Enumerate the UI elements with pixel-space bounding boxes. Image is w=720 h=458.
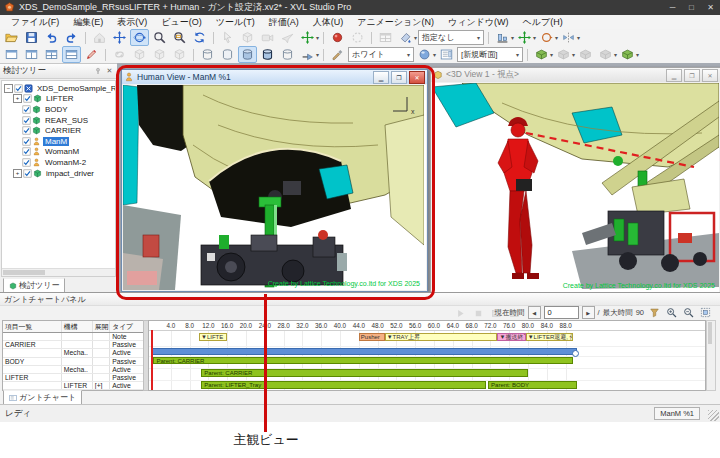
tree-item-womanm-2[interactable]: WomanM-2 [2, 157, 115, 168]
menu-edit[interactable]: 編集(E) [66, 15, 110, 29]
zoom-view-button[interactable] [150, 29, 169, 46]
view3d-maximize-button[interactable]: ❐ [684, 69, 700, 82]
tree-item-impact-driver[interactable]: +impact_driver [2, 168, 115, 179]
paint-color-button[interactable] [328, 46, 347, 63]
resize-grip[interactable] [708, 410, 719, 421]
visibility-checkbox[interactable] [14, 84, 23, 93]
paint-bucket-button[interactable] [396, 29, 415, 46]
menu-human[interactable]: 人体(U) [306, 15, 351, 29]
shade-shaded-edges-button[interactable] [258, 46, 277, 63]
expand-icon[interactable]: + [13, 94, 22, 103]
filter-icon[interactable] [647, 306, 661, 319]
shade-transparent-button[interactable] [278, 46, 297, 63]
chevron-down-icon[interactable]: ▾ [316, 51, 319, 58]
visibility-checkbox[interactable] [22, 147, 31, 156]
gantt-bar[interactable]: Parent: CARRIER [153, 357, 572, 365]
maximize-button[interactable]: □ [682, 0, 701, 15]
pan-view-button[interactable] [110, 29, 129, 46]
gantt-bar[interactable]: Parent: CARRIER [201, 369, 528, 377]
tree-h-scrollbar[interactable] [2, 268, 115, 276]
gantt-subrow-0[interactable]: Note [3, 333, 143, 341]
human-view-canvas[interactable]: x Create by Lattice Technology.co.ltd fo… [123, 85, 426, 290]
human-view-maximize-button[interactable]: ❐ [391, 71, 407, 84]
rotate-part-button[interactable] [537, 29, 556, 46]
menu-file[interactable]: ファイル(F) [4, 15, 66, 29]
gantt-subrow-4[interactable]: Mecha..Active [3, 366, 143, 374]
gantt-v-scrollbar[interactable] [706, 320, 716, 391]
chevron-down-icon[interactable]: ▾ [577, 34, 580, 41]
chevron-down-icon[interactable]: ▾ [433, 51, 436, 58]
tab-gantt-chart[interactable]: ガントチャート [3, 390, 82, 405]
tree-item-womanm[interactable]: WomanM [2, 147, 115, 158]
cross-section-5-button[interactable] [618, 46, 637, 63]
bar-end-handle[interactable] [572, 350, 579, 357]
gantt-bar[interactable] [152, 348, 577, 356]
translate-part-button[interactable] [515, 29, 534, 46]
viewport-single-button[interactable] [2, 46, 21, 63]
orbit-view-button[interactable] [130, 29, 149, 46]
gantt-column-header[interactable]: 機構 [62, 321, 93, 332]
shade-hidden-line-button[interactable] [218, 46, 237, 63]
point-marker-button[interactable] [328, 29, 347, 46]
human-view-close-button[interactable]: ✕ [409, 71, 425, 84]
visibility-checkbox[interactable] [22, 105, 31, 114]
redo-button[interactable] [62, 29, 81, 46]
viewport-split2-button[interactable] [22, 46, 41, 63]
visibility-checkbox[interactable] [23, 94, 32, 103]
fit-timeline-icon[interactable] [698, 306, 712, 319]
gantt-row-body[interactable]: BODYPassive [3, 358, 143, 366]
gantt-column-header[interactable]: 項目一覧 [3, 321, 62, 332]
mirror-part-button[interactable] [559, 29, 578, 46]
align-position-button[interactable] [493, 29, 512, 46]
menu-window[interactable]: ウィンドウ(W) [441, 15, 516, 29]
menu-animation[interactable]: アニメーション(N) [350, 15, 441, 29]
human-view-minimize-button[interactable]: ▁ [373, 71, 389, 84]
pin-icon[interactable] [93, 67, 102, 76]
chevron-down-icon[interactable]: ▾ [550, 51, 553, 58]
minimize-button[interactable]: ─ [663, 0, 682, 15]
visibility-checkbox[interactable] [22, 137, 31, 146]
expand-icon[interactable]: + [13, 169, 22, 178]
chevron-down-icon[interactable]: ▾ [511, 34, 514, 41]
gantt-bar[interactable]: Parent: LIFTER_Tray [201, 381, 485, 389]
shade-wireframe-button[interactable] [198, 46, 217, 63]
annotate-pen-button[interactable] [82, 46, 101, 63]
open-file-button[interactable] [2, 29, 21, 46]
visibility-checkbox[interactable] [22, 158, 31, 167]
gantt-row-carrier[interactable]: CARRIERPassive [3, 341, 143, 349]
gantt-column-header[interactable]: タイプ [110, 321, 143, 332]
gantt-column-header[interactable]: 展開 [93, 321, 110, 332]
tree-item-lifter[interactable]: +LIFTER [2, 94, 115, 105]
chevron-down-icon[interactable]: ▾ [533, 34, 536, 41]
gantt-marker[interactable]: ▼TRAY上昇 [385, 333, 498, 341]
menu-viewport[interactable]: ビュー(O) [154, 15, 208, 29]
rotate-view-button[interactable] [190, 29, 209, 46]
move-part-button[interactable] [298, 29, 317, 46]
cross-section-1-button[interactable] [532, 46, 551, 63]
current-time-input[interactable]: 0 [544, 306, 579, 319]
time-step-back-button[interactable]: ◀ [528, 306, 541, 319]
normal-arrow-button[interactable] [298, 46, 317, 63]
viewport-horizontal-button[interactable] [62, 46, 81, 63]
chevron-down-icon[interactable]: ▾ [414, 34, 417, 41]
time-step-forward-button[interactable]: ▶ [582, 306, 595, 319]
zoom-out-icon[interactable] [681, 306, 695, 319]
viewport-split4-button[interactable] [42, 46, 61, 63]
gantt-marker[interactable]: Pusher [359, 333, 385, 341]
preset-combo[interactable]: 指定なし▾ [418, 30, 484, 45]
visibility-checkbox[interactable] [23, 169, 32, 178]
save-file-button[interactable] [22, 29, 41, 46]
menu-help[interactable]: ヘルプ(H) [516, 15, 570, 29]
gantt-marker[interactable]: ▼LIFTER退避, 停 [526, 333, 573, 341]
gantt-marker[interactable]: ▼LIFTE [199, 333, 227, 341]
current-time-line[interactable] [151, 330, 153, 390]
gantt-row-lifter[interactable]: LIFTERPassive [3, 374, 143, 382]
tree-item-xds-demosample-rrsuslifter[interactable]: −XDS_DemoSample_RRsusLIFTER+ [2, 83, 115, 94]
view-list-button[interactable] [437, 46, 456, 63]
background-style-button[interactable] [415, 46, 434, 63]
gantt-bar[interactable]: Parent: BODY [488, 381, 577, 389]
visibility-checkbox[interactable] [22, 126, 31, 135]
undo-button[interactable] [42, 29, 61, 46]
visibility-checkbox[interactable] [22, 116, 31, 125]
gantt-chart[interactable]: 4.08.012.016.020.024.028.032.036.040.044… [148, 320, 706, 391]
